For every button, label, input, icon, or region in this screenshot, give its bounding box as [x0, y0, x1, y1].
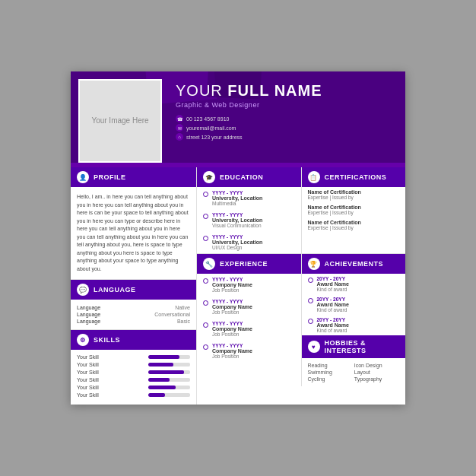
skill-name-3: Your Skill [77, 377, 119, 382]
left-column: 👤 PROFILE Hello, I am.. in here you can … [71, 167, 196, 405]
address-icon: ⌂ [176, 133, 183, 141]
edu-dot-1 [203, 214, 208, 219]
exp-company-0: Company Name [212, 282, 295, 287]
ach-sub-1: Kind of award [317, 307, 400, 313]
hobby-item-0: Reading [308, 363, 353, 368]
hobbies-icon: ♥ [308, 341, 320, 353]
skill-item-0: Your Skill [77, 354, 190, 360]
ach-content-0: 20YY - 20YY Award Name Kind of award [317, 276, 400, 292]
skill-item-2: Your Skill [77, 370, 190, 375]
cert-name-1: Name of Certification [308, 205, 400, 210]
experience-entry-3: YYYY - YYYY Company Name Job Position [197, 340, 301, 362]
cert-name-2: Name of Certification [308, 220, 400, 225]
lang-name-1: Language [77, 312, 100, 317]
skill-bar-outer-1 [148, 363, 190, 367]
bottom-section: 🔧 EXPERIENCE YYYY - YYYY Company Name Jo… [197, 254, 405, 386]
contact-email: ✉ youremail@mail.com [176, 124, 395, 132]
header: Your Image Here YOUR FULL NAME Graphic &… [71, 71, 405, 163]
exp-company-2: Company Name [212, 326, 295, 332]
education-entries: YYYY - YYYY University, Location Multime… [197, 187, 301, 253]
edu-field-0: Multimedia [212, 201, 295, 206]
certifications-entries: Name of Certification Expertise | Issued… [302, 187, 406, 233]
contact-info: ☎ 00 123 4567 8910 ✉ youremail@mail.com … [176, 115, 395, 141]
ach-dot-0 [308, 278, 313, 283]
exp-position-2: Job Position [212, 332, 295, 337]
ach-dot-1 [308, 298, 313, 303]
skill-bar-inner-3 [148, 378, 170, 382]
achievements-icon: 🏆 [308, 258, 320, 270]
skill-bar-inner-2 [148, 370, 184, 374]
ach-date-0: 20YY - 20YY [317, 276, 400, 281]
edu-field-2: UI/UX Design [212, 245, 295, 250]
skills-icon: ⚙ [77, 334, 89, 346]
achievement-item-1: 20YY - 20YY Award Name Kind of award [302, 294, 406, 315]
hobby-item-3: Layout [354, 370, 399, 375]
experience-label: EXPERIENCE [220, 260, 268, 268]
skills-label: SKILLS [94, 336, 120, 344]
profile-section-header: 👤 PROFILE [71, 167, 196, 187]
exp-position-3: Job Position [212, 354, 295, 359]
skill-bar-inner-0 [148, 355, 179, 359]
experience-entry-1: YYYY - YYYY Company Name Job Position [197, 296, 301, 318]
experience-entry-2: YYYY - YYYY Company Name Job Position [197, 318, 301, 340]
education-entry-1: YYYY - YYYY University, Location Visual … [197, 209, 301, 231]
exp-date-2: YYYY - YYYY [212, 321, 295, 326]
experience-entries: YYYY - YYYY Company Name Job Position YY… [197, 274, 301, 362]
skill-bar-inner-5 [148, 393, 165, 397]
skill-bar-outer-4 [148, 386, 190, 389]
skill-bar-outer-5 [148, 393, 190, 397]
lang-name-2: Language [77, 319, 100, 324]
exp-company-1: Company Name [212, 304, 295, 309]
experience-section-header: 🔧 EXPERIENCE [197, 254, 301, 274]
education-icon: 🎓 [203, 171, 215, 183]
profile-image-placeholder: Your Image Here [78, 79, 162, 163]
skill-bar-inner-1 [148, 363, 173, 367]
phone-icon: ☎ [176, 115, 183, 122]
phone-text: 00 123 4567 8910 [186, 116, 229, 122]
exp-position-0: Job Position [212, 287, 295, 293]
lang-level-2: Basic [177, 319, 190, 324]
cert-sub-1: Expertise | Issued by [308, 210, 400, 215]
edu-field-1: Visual Communication [212, 223, 295, 228]
exp-content-1: YYYY - YYYY Company Name Job Position [212, 299, 295, 315]
right-side-col: 🏆 ACHIEVEMENTS 20YY - 20YY Award Name Ki… [302, 254, 406, 386]
education-label: EDUCATION [220, 173, 263, 181]
ach-name-1: Award Name [317, 302, 400, 307]
language-list: Language Native Language Conversational … [71, 300, 196, 329]
cert-item-1: Name of Certification Expertise | Issued… [302, 202, 406, 217]
skill-item-5: Your Skill [77, 392, 190, 398]
achievements-label: ACHIEVEMENTS [325, 260, 384, 268]
header-info: YOUR FULL NAME Graphic & Web Designer ☎ … [162, 71, 405, 163]
right-column: 🎓 EDUCATION YYYY - YYYY University, Loca… [196, 167, 405, 405]
lang-name-0: Language [77, 305, 100, 310]
ach-dot-2 [308, 319, 313, 324]
ach-date-2: 20YY - 20YY [317, 317, 400, 322]
lang-level-1: Conversational [154, 312, 190, 317]
achievement-item-0: 20YY - 20YY Award Name Kind of award [302, 274, 406, 294]
cert-sub-2: Expertise | Issued by [308, 225, 400, 230]
exp-dot-3 [203, 344, 208, 350]
skill-name-5: Your Skill [77, 392, 119, 398]
ach-content-1: 20YY - 20YY Award Name Kind of award [317, 297, 400, 313]
edu-dot-0 [203, 192, 208, 197]
exp-dot-1 [203, 300, 208, 306]
language-label: LANGUAGE [94, 286, 136, 294]
exp-content-2: YYYY - YYYY Company Name Job Position [212, 321, 295, 337]
certifications-icon: 📋 [308, 171, 320, 183]
hobbies-label: HOBBIES & INTERESTS [325, 339, 400, 354]
name-prefix: YOUR [176, 82, 227, 99]
achievements-section-header: 🏆 ACHIEVEMENTS [302, 254, 406, 274]
skill-item-1: Your Skill [77, 362, 190, 367]
hobbies-section-header: ♥ HOBBIES & INTERESTS [302, 335, 406, 358]
image-placeholder-text: Your Image Here [91, 116, 148, 126]
skills-section-header: ⚙ SKILLS [71, 330, 196, 350]
skill-name-4: Your Skill [77, 385, 119, 390]
experience-col: 🔧 EXPERIENCE YYYY - YYYY Company Name Jo… [197, 254, 302, 386]
skill-bar-outer-3 [148, 378, 190, 382]
skill-item-3: Your Skill [77, 377, 190, 382]
exp-dot-0 [203, 278, 208, 284]
ach-name-2: Award Name [317, 322, 400, 328]
edu-date-1: YYYY - YYYY [212, 212, 295, 217]
email-icon: ✉ [176, 124, 183, 132]
language-icon: 💬 [77, 284, 89, 296]
